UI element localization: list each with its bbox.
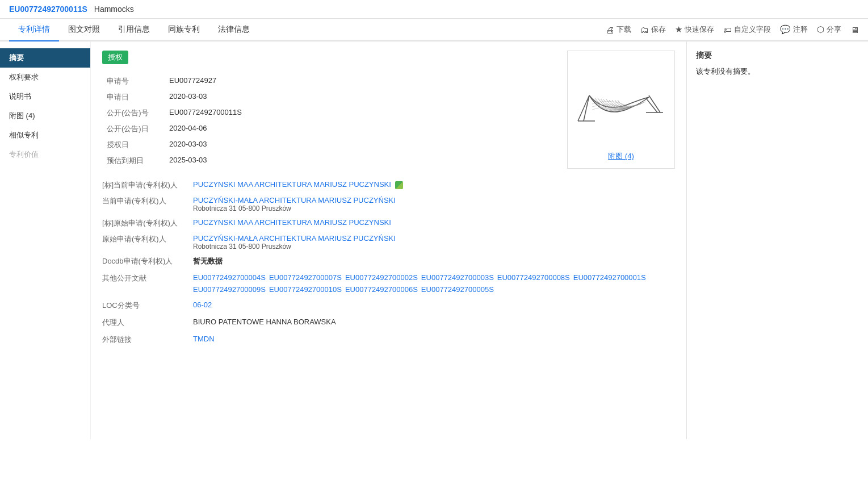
detail-label: 其他公开文献: [102, 273, 193, 294]
pub-link[interactable]: EU00772492700002S: [345, 273, 418, 282]
detail-label: 当前申请(专利权)人: [102, 196, 193, 212]
abstract-title: 摘要: [696, 51, 859, 61]
sidebar-item-description[interactable]: 说明书: [0, 87, 90, 106]
pub-link[interactable]: EU00772492700006S: [345, 285, 418, 294]
detail-value: TMDN: [193, 335, 675, 345]
loc-link[interactable]: 06-02: [193, 300, 212, 309]
patent-image: [572, 56, 669, 147]
detail-row-publications: 其他公开文献 EU00772492700004SEU00772492700007…: [102, 273, 675, 294]
tab-image-text[interactable]: 图文对照: [59, 19, 109, 40]
detail-section: [标]当前申请(专利权)人 PUCZYNSKI MAA ARCHITEKTURA…: [102, 180, 675, 345]
quick-save-label: 快速保存: [685, 24, 714, 35]
field-value: 2020-03-03: [165, 89, 558, 105]
patent-info-left: 授权 申请号 EU007724927 申请日 2020-03-03 公开(公告)…: [102, 51, 558, 169]
field-label: 授权日: [102, 137, 165, 153]
patent-image-box[interactable]: 附图 (4): [567, 51, 675, 169]
tag-icon: 🏷: [723, 25, 732, 35]
detail-row: [标]原始申请(专利权)人 PUCZYNSKI MAA ARCHITEKTURA…: [102, 218, 675, 228]
pub-link[interactable]: EU00772492700003S: [421, 273, 494, 282]
orig-applicant-link2[interactable]: PUCZYŃSKI-MAŁA ARCHITEKTURA MARIUSZ PUCZ…: [193, 234, 396, 243]
screen-action[interactable]: 🖥: [850, 25, 859, 35]
pub-link[interactable]: EU00772492700010S: [269, 285, 342, 294]
tab-legal[interactable]: 法律信息: [209, 19, 259, 40]
main-layout: 摘要 权利要求 说明书 附图 (4) 相似专利 专利价值 授权 申请号 EU00…: [0, 41, 868, 439]
screen-icon: 🖥: [850, 25, 859, 35]
sidebar-item-drawings[interactable]: 附图 (4): [0, 106, 90, 126]
orig-applicant-address: Robotnicza 31 05-800 Pruszków: [193, 243, 675, 251]
detail-label: 原始申请(专利权)人: [102, 234, 193, 251]
nav-tabs: 专利详情 图文对照 引用信息 同族专利 法律信息 🖨 下载 🗂 保存 ★ 快速保…: [0, 19, 868, 41]
detail-value: PUCZYŃSKI-MAŁA ARCHITEKTURA MARIUSZ PUCZ…: [193, 196, 675, 212]
applicant-link[interactable]: PUCZYŃSKI-MAŁA ARCHITEKTURA MARIUSZ PUCZ…: [193, 196, 396, 204]
table-row: 申请号 EU007724927: [102, 73, 558, 89]
detail-value-publications: EU00772492700004SEU00772492700007SEU0077…: [193, 273, 675, 294]
detail-row: 代理人 BIURO PATENTOWE HANNA BORAWSKA: [102, 318, 675, 328]
custom-field-action[interactable]: 🏷 自定义字段: [723, 24, 771, 35]
sidebar: 摘要 权利要求 说明书 附图 (4) 相似专利 专利价值: [0, 41, 91, 439]
pub-link[interactable]: EU00772492700005S: [421, 285, 494, 294]
orig-applicant-link[interactable]: PUCZYNSKI MAA ARCHITEKTURA MARIUSZ PUCZY…: [193, 218, 391, 227]
detail-row: 当前申请(专利权)人 PUCZYŃSKI-MAŁA ARCHITEKTURA M…: [102, 196, 675, 212]
field-label: 公开(公告)号: [102, 105, 165, 121]
detail-row: [标]当前申请(专利权)人 PUCZYNSKI MAA ARCHITEKTURA…: [102, 180, 675, 190]
field-label: 预估到期日: [102, 153, 165, 169]
pub-link[interactable]: EU00772492700009S: [193, 285, 266, 294]
image-caption[interactable]: 附图 (4): [572, 151, 670, 161]
sidebar-item-abstract[interactable]: 摘要: [0, 48, 90, 68]
share-label: 分享: [827, 24, 841, 35]
tab-patent-detail[interactable]: 专利详情: [9, 19, 59, 41]
table-row: 预估到期日 2025-03-03: [102, 153, 558, 169]
pub-link[interactable]: EU00772492700007S: [269, 273, 342, 282]
save-action[interactable]: 🗂 保存: [640, 24, 666, 35]
detail-value: 06-02: [193, 300, 675, 311]
comment-icon: 💬: [780, 24, 791, 35]
detail-value: PUCZYNSKI MAA ARCHITEKTURA MARIUSZ PUCZY…: [193, 180, 675, 190]
abstract-panel: 摘要 该专利没有摘要。: [686, 41, 868, 439]
content-area: 授权 申请号 EU007724927 申请日 2020-03-03 公开(公告)…: [91, 41, 686, 439]
pub-link[interactable]: EU00772492700004S: [193, 273, 266, 282]
info-table: 申请号 EU007724927 申请日 2020-03-03 公开(公告)号 E…: [102, 73, 558, 169]
pub-links: EU00772492700004SEU00772492700007SEU0077…: [193, 273, 675, 294]
field-value: EU00772492700011S: [165, 105, 558, 121]
detail-value: 暂无数据: [193, 256, 675, 266]
hammock-illustration: [575, 64, 666, 138]
field-value: 2020-04-06: [165, 121, 558, 137]
detail-value: PUCZYŃSKI-MAŁA ARCHITEKTURA MARIUSZ PUCZ…: [193, 234, 675, 251]
nav-actions: 🖨 下载 🗂 保存 ★ 快速保存 🏷 自定义字段 💬 注释 ⬡ 分享 🖥: [606, 24, 859, 35]
custom-field-label: 自定义字段: [734, 24, 771, 35]
pub-link[interactable]: EU00772492700008S: [497, 273, 570, 282]
sidebar-item-value: 专利价值: [0, 145, 90, 164]
annotate-action[interactable]: 💬 注释: [780, 24, 808, 35]
detail-row: 外部链接 TMDN: [102, 335, 675, 345]
header: EU00772492700011S Hammocks: [0, 0, 868, 19]
pub-link[interactable]: EU00772492700001S: [573, 273, 646, 282]
patent-id[interactable]: EU00772492700011S: [9, 5, 87, 14]
tab-family[interactable]: 同族专利: [159, 19, 209, 40]
annotate-label: 注释: [793, 24, 808, 35]
detail-label: 外部链接: [102, 335, 193, 345]
detail-label: Docdb申请(专利权)人: [102, 256, 193, 266]
svg-line-0: [584, 95, 589, 121]
external-link[interactable]: TMDN: [193, 335, 215, 343]
save-label: 保存: [651, 24, 666, 35]
field-value: EU007724927: [165, 73, 558, 89]
download-icon: 🖨: [606, 25, 614, 35]
detail-row: Docdb申请(专利权)人 暂无数据: [102, 256, 675, 266]
applicant-link[interactable]: PUCZYNSKI MAA ARCHITEKTURA MARIUSZ PUCZY…: [193, 180, 391, 189]
detail-label: [标]当前申请(专利权)人: [102, 180, 193, 190]
quick-save-action[interactable]: ★ 快速保存: [675, 24, 714, 35]
save-icon: 🗂: [640, 25, 649, 35]
download-label: 下载: [617, 24, 631, 35]
field-label: 公开(公告)日: [102, 121, 165, 137]
sidebar-item-claims[interactable]: 权利要求: [0, 68, 90, 87]
sidebar-item-similar[interactable]: 相似专利: [0, 126, 90, 145]
share-action[interactable]: ⬡ 分享: [817, 24, 841, 35]
tab-citation[interactable]: 引用信息: [109, 19, 159, 40]
field-value: 2020-03-03: [165, 137, 558, 153]
external-link-icon: [395, 181, 403, 189]
share-icon: ⬡: [817, 24, 824, 35]
agent-value: BIURO PATENTOWE HANNA BORAWSKA: [193, 318, 336, 326]
table-row: 公开(公告)号 EU00772492700011S: [102, 105, 558, 121]
field-label: 申请日: [102, 89, 165, 105]
download-action[interactable]: 🖨 下载: [606, 24, 631, 35]
